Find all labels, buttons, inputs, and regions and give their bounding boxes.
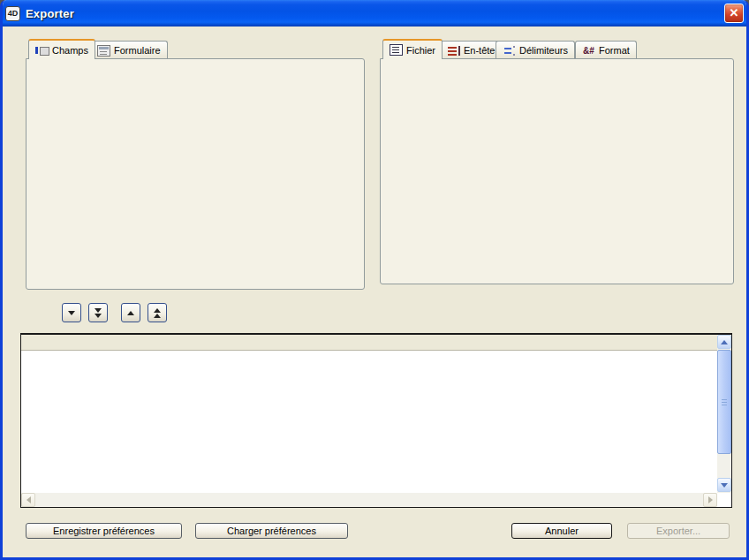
format-icon: &# (582, 45, 595, 57)
tab-delimiteurs[interactable]: Délimiteurs (496, 41, 575, 59)
header-icon (447, 45, 460, 57)
scroll-left-icon (26, 496, 31, 503)
vertical-scroll-thumb[interactable] (717, 350, 731, 454)
arrow-down-icon (68, 311, 75, 315)
double-arrow-down-icon (95, 308, 102, 313)
scroll-grip-icon (722, 402, 727, 403)
tab-fichier-label: Fichier (406, 45, 435, 56)
save-preferences-button[interactable]: Enregistrer préférences (26, 523, 182, 539)
champs-tab-page (26, 58, 365, 290)
scroll-right-button[interactable] (703, 493, 717, 507)
move-all-up-button[interactable] (148, 303, 167, 322)
scroll-right-icon (708, 496, 713, 503)
file-icon (390, 44, 403, 56)
scroll-up-button[interactable] (717, 335, 731, 349)
move-all-down-button[interactable] (88, 303, 108, 322)
close-icon: ✕ (730, 6, 739, 19)
double-arrow-up-icon (154, 314, 161, 318)
tab-champs-label: Champs (52, 45, 88, 56)
fichier-tab-page (380, 58, 734, 284)
export-preview-area[interactable] (20, 333, 732, 508)
window-title: Exporter (26, 7, 724, 20)
move-down-button[interactable] (62, 303, 81, 322)
tab-champs[interactable]: Champs (28, 39, 95, 59)
cancel-button[interactable]: Annuler (511, 523, 612, 539)
scroll-left-button[interactable] (21, 493, 35, 507)
tab-entete[interactable]: En-tête (440, 41, 502, 59)
tab-format[interactable]: &# Format (575, 41, 637, 59)
fields-icon (35, 44, 49, 56)
scroll-down-icon (721, 483, 728, 488)
double-arrow-up-icon (154, 308, 161, 313)
double-arrow-down-icon (95, 314, 102, 318)
preview-header-strip (21, 335, 717, 351)
4d-app-icon: 4D (5, 6, 20, 21)
titlebar[interactable]: 4D Exporter ✕ (0, 0, 749, 26)
arrow-up-icon (127, 311, 134, 315)
tab-delimiteurs-label: Délimiteurs (519, 45, 568, 56)
horizontal-scrollbar[interactable] (21, 493, 717, 507)
export-dialog: 4D Exporter ✕ Champs Formulaire Exporter… (0, 0, 749, 560)
tab-formulaire-label: Formulaire (114, 45, 161, 56)
close-button[interactable]: ✕ (724, 4, 744, 23)
export-button[interactable]: Exporter... (627, 523, 730, 539)
delimiters-icon (503, 45, 516, 57)
tab-format-label: Format (599, 45, 630, 56)
tab-fichier[interactable]: Fichier (382, 39, 443, 59)
scroll-up-icon (721, 340, 728, 344)
tab-formulaire[interactable]: Formulaire (90, 41, 168, 59)
form-icon (97, 45, 110, 57)
tab-entete-label: En-tête (464, 45, 495, 56)
move-up-button[interactable] (121, 303, 140, 322)
load-preferences-button[interactable]: Charger préférences (195, 523, 348, 539)
scroll-down-button[interactable] (717, 478, 731, 492)
